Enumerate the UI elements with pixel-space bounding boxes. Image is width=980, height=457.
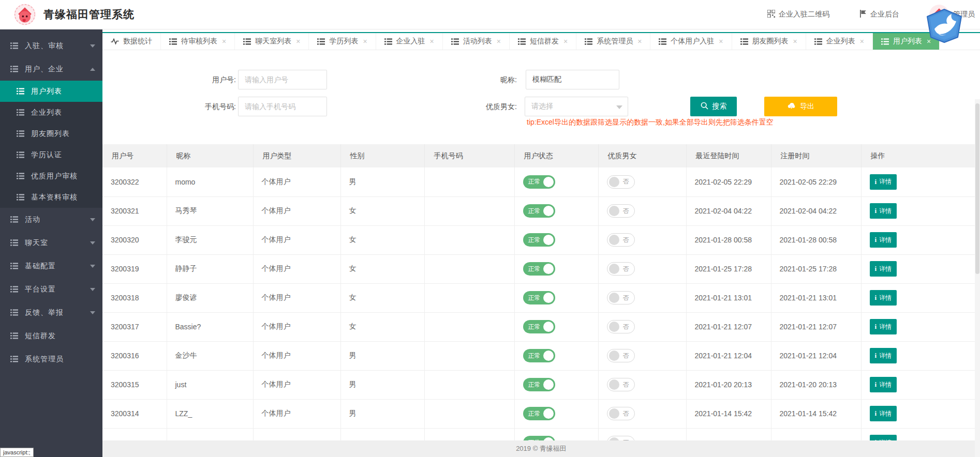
- cell-user-id: 3200318: [102, 283, 167, 312]
- vertical-scrollbar[interactable]: [975, 99, 980, 457]
- status-toggle-on[interactable]: 正常: [523, 320, 555, 333]
- detail-button[interactable]: i详情: [870, 406, 897, 421]
- detail-button[interactable]: i详情: [870, 261, 897, 277]
- sidebar-subitem-企业列表[interactable]: 企业列表: [0, 102, 102, 123]
- table-row: 3200314LZZ_个体用户男正常否2021-01-14 15:422021-…: [102, 399, 980, 428]
- tab-活动列表[interactable]: 活动列表×: [443, 33, 510, 50]
- status-toggle-on[interactable]: 正常: [523, 204, 555, 218]
- premium-toggle-off[interactable]: 否: [607, 233, 635, 247]
- tab-待审核列表[interactable]: 待审核列表×: [161, 33, 235, 50]
- tab-短信群发[interactable]: 短信群发×: [510, 33, 576, 50]
- status-toggle-on[interactable]: 正常: [523, 436, 555, 440]
- tab-个体用户入驻[interactable]: 个体用户入驻×: [650, 33, 732, 50]
- cell-premium: 否: [598, 196, 686, 225]
- premium-toggle-off[interactable]: 否: [607, 291, 635, 304]
- scrollbar-thumb[interactable]: [975, 103, 979, 274]
- enterprise-backend-link[interactable]: 企业后台: [859, 10, 899, 19]
- tab-聊天室列表[interactable]: 聊天室列表×: [235, 33, 309, 50]
- tab-企业列表[interactable]: 企业列表×: [806, 33, 873, 50]
- close-icon[interactable]: ×: [296, 38, 300, 45]
- close-icon[interactable]: ×: [563, 38, 568, 45]
- premium-toggle-off[interactable]: 否: [607, 407, 635, 420]
- sidebar-subitem-朋友圈列表[interactable]: 朋友圈列表: [0, 123, 102, 144]
- export-button[interactable]: 导出: [764, 97, 837, 116]
- sidebar-item-用户、企业[interactable]: 用户、企业: [0, 57, 102, 81]
- sidebar-item-基础配置[interactable]: 基础配置: [0, 254, 102, 278]
- detail-button[interactable]: i详情: [870, 290, 897, 306]
- close-icon[interactable]: ×: [793, 38, 797, 45]
- page-panel: 用户号: 昵称: 手机号码: 优质男女: 请选择 搜: [102, 50, 980, 457]
- sidebar-item-平台设置[interactable]: 平台设置: [0, 278, 102, 301]
- cell-status: 正常: [514, 283, 598, 312]
- detail-button[interactable]: i详情: [870, 174, 897, 190]
- info-icon: i: [875, 294, 877, 302]
- tab-数据统计[interactable]: 数据统计: [102, 33, 161, 50]
- status-toggle-on[interactable]: 正常: [523, 349, 555, 362]
- cell-user-type: 个体用户: [253, 254, 340, 283]
- tab-label: 聊天室列表: [255, 37, 291, 46]
- nickname-input[interactable]: [526, 70, 619, 89]
- status-toggle-on[interactable]: 正常: [523, 175, 555, 189]
- close-icon[interactable]: ×: [860, 38, 864, 45]
- close-icon[interactable]: ×: [637, 38, 642, 45]
- sidebar-item-系统管理员[interactable]: 系统管理员: [0, 347, 102, 371]
- search-button[interactable]: 搜索: [690, 97, 737, 116]
- detail-button[interactable]: i详情: [870, 348, 897, 363]
- premium-select[interactable]: 请选择: [525, 97, 628, 116]
- detail-button[interactable]: i详情: [870, 377, 897, 392]
- premium-toggle-off[interactable]: 否: [607, 175, 635, 189]
- detail-button[interactable]: i详情: [870, 435, 897, 440]
- detail-button[interactable]: i详情: [870, 232, 897, 248]
- sidebar-subitem-学历认证[interactable]: 学历认证: [0, 144, 102, 165]
- app-window: 青缘福田管理系统 企业入驻二维码: [0, 0, 980, 457]
- export-button-label: 导出: [800, 102, 814, 111]
- sidebar-subitem-优质用户审核[interactable]: 优质用户审核: [0, 165, 102, 187]
- status-toggle-on[interactable]: 正常: [523, 378, 555, 391]
- tab-学历列表[interactable]: 学历列表×: [309, 33, 376, 50]
- premium-toggle-off[interactable]: 否: [607, 436, 635, 440]
- tab-朋友圈列表[interactable]: 朋友圈列表×: [732, 33, 806, 50]
- cell-register-time: 2021-01-21 12:07: [771, 312, 861, 341]
- status-toggle-on[interactable]: 正常: [523, 407, 555, 420]
- phone-label: 手机号码:: [164, 97, 236, 116]
- premium-toggle-off[interactable]: 否: [607, 204, 635, 218]
- premium-toggle-off[interactable]: 否: [607, 349, 635, 362]
- status-toggle-on[interactable]: 正常: [523, 233, 555, 247]
- close-icon[interactable]: ×: [222, 38, 226, 45]
- premium-toggle-off[interactable]: 否: [607, 378, 635, 391]
- qrcode-link[interactable]: 企业入驻二维码: [767, 10, 829, 19]
- detail-button[interactable]: i详情: [870, 319, 897, 334]
- sidebar-item-短信群发[interactable]: 短信群发: [0, 324, 102, 347]
- close-icon[interactable]: ×: [363, 38, 367, 45]
- close-icon[interactable]: ×: [497, 38, 501, 45]
- detail-button-label: 详情: [879, 352, 892, 360]
- sidebar-item-聊天室[interactable]: 聊天室: [0, 231, 102, 254]
- tab-系统管理员[interactable]: 系统管理员×: [576, 33, 650, 50]
- user-id-input[interactable]: [238, 70, 327, 89]
- tab-企业入驻[interactable]: 企业入驻×: [376, 33, 443, 50]
- sidebar-item-反馈、举报[interactable]: 反馈、举报: [0, 301, 102, 324]
- table-body: 3200322momo个体用户男正常否2021-02-05 22:292021-…: [102, 167, 980, 440]
- status-toggle-on[interactable]: 正常: [523, 262, 555, 276]
- toggle-label: 否: [623, 207, 629, 216]
- sidebar-subitem-用户列表[interactable]: 用户列表: [0, 81, 102, 102]
- cell-premium: 否: [598, 312, 686, 341]
- sidebar-item-活动[interactable]: 活动: [0, 208, 102, 231]
- tab-label: 系统管理员: [597, 37, 633, 46]
- cell-last-login: 2021-01-28 00:58: [686, 225, 771, 254]
- premium-toggle-off[interactable]: 否: [607, 320, 635, 333]
- sidebar-item-入驻、审核[interactable]: 入驻、审核: [0, 34, 102, 57]
- detail-button[interactable]: i详情: [870, 203, 897, 219]
- table-row: 3200321马秀琴个体用户女正常否2021-02-04 04:222021-0…: [102, 196, 980, 225]
- close-icon[interactable]: ×: [430, 38, 434, 45]
- premium-toggle-off[interactable]: 否: [607, 262, 635, 276]
- pulse-icon: [111, 38, 119, 45]
- sidebar-subitem-基本资料审核[interactable]: 基本资料审核: [0, 187, 102, 208]
- list-icon: [518, 38, 526, 45]
- status-toggle-on[interactable]: 正常: [523, 291, 555, 304]
- phone-input[interactable]: [238, 97, 327, 116]
- close-icon[interactable]: ×: [719, 38, 723, 45]
- detail-button-label: 详情: [879, 207, 892, 216]
- cell-user-type: 个体用户: [253, 196, 340, 225]
- cell-status: 正常: [514, 370, 598, 399]
